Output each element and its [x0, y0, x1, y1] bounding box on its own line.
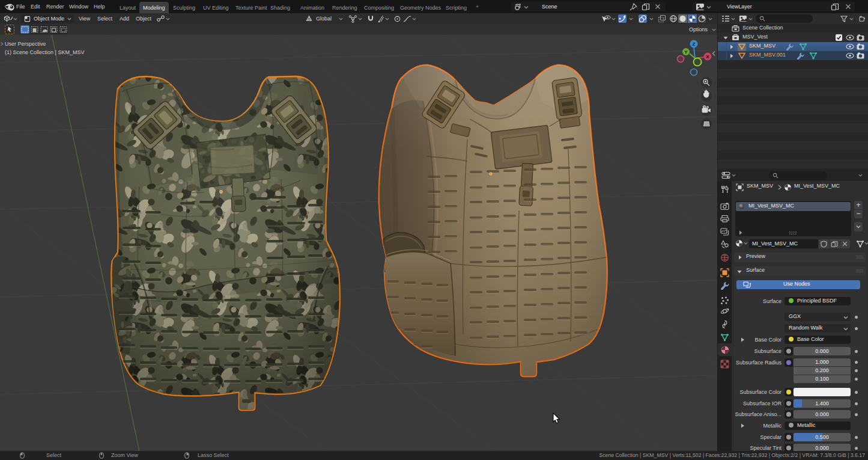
svg-text:Y: Y	[684, 49, 688, 55]
svg-text:X: X	[706, 54, 709, 60]
svg-text:Z: Z	[693, 41, 696, 47]
